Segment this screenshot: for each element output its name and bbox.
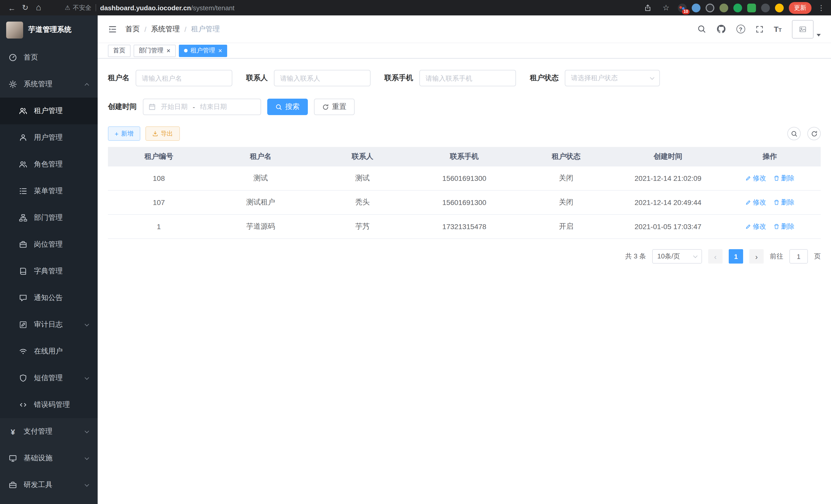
security-status[interactable]: ⚠ 不安全 <box>65 3 91 12</box>
add-button[interactable]: + 新增 <box>108 126 140 141</box>
browser-update-button[interactable]: 更新 <box>789 2 811 13</box>
share-icon[interactable] <box>641 1 654 14</box>
sidebar-item-label: 首页 <box>24 53 38 62</box>
edit-link[interactable]: 修改 <box>745 222 766 231</box>
tab-dept[interactable]: 部门管理 × <box>134 45 175 57</box>
sidebar-item-label: 短信管理 <box>34 374 63 383</box>
extension-icon[interactable] <box>733 3 742 12</box>
export-button[interactable]: 导出 <box>145 126 180 141</box>
search-button[interactable]: 搜索 <box>267 99 308 115</box>
extension-icon[interactable] <box>692 3 700 12</box>
status-select[interactable]: 请选择租户状态 <box>565 70 660 86</box>
tab-close-icon[interactable]: × <box>167 47 170 54</box>
sidebar-item-label: 支付管理 <box>24 427 52 436</box>
help-icon[interactable]: ? <box>736 25 745 33</box>
users-icon <box>19 160 27 169</box>
sidebar-item-infra[interactable]: 基础设施 <box>0 445 98 472</box>
sidebar-item-menu[interactable]: 菜单管理 <box>0 178 98 205</box>
sidebar-item-dept[interactable]: 部门管理 <box>0 205 98 231</box>
user-menu[interactable] <box>792 20 821 38</box>
sidebar-item-pay[interactable]: ¥ 支付管理 <box>0 418 98 445</box>
sidebar-item-role[interactable]: 角色管理 <box>0 151 98 178</box>
delete-link[interactable]: 删除 <box>773 222 795 231</box>
extension-icon[interactable]: 10 <box>678 3 687 12</box>
date-separator: - <box>193 103 195 111</box>
column-header: 租户状态 <box>515 147 617 167</box>
header-search-icon[interactable] <box>697 25 706 33</box>
sidebar-item-devtools[interactable]: 研发工具 <box>0 472 98 498</box>
extension-icon[interactable] <box>761 3 770 12</box>
tab-tenant[interactable]: 租户管理 × <box>179 45 227 57</box>
table-row: 107 测试租户 秃头 15601691300 关闭 2021-12-14 20… <box>108 190 821 215</box>
url-text: dashboard.yudao.iocoder.cn/system/tenant <box>100 4 235 11</box>
cell-contact: 测试 <box>312 167 413 190</box>
browser-home-icon[interactable]: ⌂ <box>32 1 45 14</box>
sidebar-item-error-code[interactable]: 错误码管理 <box>0 391 98 418</box>
sidebar-item-audit-log[interactable]: 审计日志 <box>0 312 98 338</box>
prev-page-button[interactable]: ‹ <box>708 249 722 264</box>
extension-icon[interactable] <box>706 3 714 12</box>
edit-link[interactable]: 修改 <box>745 174 766 183</box>
browser-menu-icon[interactable]: ⋮ <box>816 4 826 12</box>
page-size-select[interactable]: 10条/页 <box>652 249 702 264</box>
sidebar-item-tenant[interactable]: 租户管理 <box>0 98 98 124</box>
extension-icon[interactable] <box>747 3 756 12</box>
chevron-down-icon <box>85 482 89 486</box>
sidebar-item-post[interactable]: 岗位管理 <box>0 231 98 258</box>
fullscreen-icon[interactable] <box>755 25 764 33</box>
goto-page-input[interactable] <box>790 249 808 264</box>
sidebar-item-online-user[interactable]: 在线用户 <box>0 338 98 365</box>
breadcrumb-home[interactable]: 首页 <box>125 24 140 34</box>
contact-input[interactable] <box>274 70 371 86</box>
delete-link[interactable]: 删除 <box>773 198 795 207</box>
column-header: 联系人 <box>312 147 413 167</box>
column-header: 联系手机 <box>413 147 515 167</box>
logo[interactable]: 芋道管理系统 <box>0 16 98 44</box>
sidebar-item-system[interactable]: 系统管理 <box>0 71 98 98</box>
app-title: 芋道管理系统 <box>28 25 71 34</box>
date-range-picker[interactable]: 开始日期 - 结束日期 <box>143 99 261 115</box>
message-icon <box>19 294 27 302</box>
shield-icon <box>19 374 27 382</box>
cell-tenant-name: 测试 <box>210 167 311 190</box>
monitor-icon <box>9 454 17 463</box>
refresh-table-button[interactable] <box>807 127 821 140</box>
current-page[interactable]: 1 <box>729 249 743 264</box>
edit-link[interactable]: 修改 <box>745 198 766 207</box>
tab-home[interactable]: 首页 <box>108 45 131 57</box>
hide-search-button[interactable] <box>787 127 801 140</box>
browser-back-icon[interactable]: ← <box>5 1 19 14</box>
tab-close-icon[interactable]: × <box>218 47 222 54</box>
sidebar-item-user[interactable]: 用户管理 <box>0 124 98 151</box>
next-page-button[interactable]: › <box>749 249 764 264</box>
create-time-label: 创建时间 <box>108 102 137 112</box>
phone-input[interactable] <box>419 70 516 86</box>
cell-phone: 17321315478 <box>413 215 515 238</box>
system-submenu: 租户管理 用户管理 角色管理 <box>0 98 98 418</box>
users-icon <box>19 107 27 115</box>
cell-phone: 15601691300 <box>413 167 515 189</box>
sidebar-item-dict[interactable]: 字典管理 <box>0 258 98 285</box>
caret-down-icon <box>816 34 821 36</box>
signal-icon <box>19 347 27 356</box>
address-bar[interactable]: ⚠ 不安全 dashboard.yudao.iocoder.cn/system/… <box>65 3 641 12</box>
bookmark-star-icon[interactable]: ☆ <box>659 1 673 14</box>
sidebar-item-label: 角色管理 <box>34 160 63 169</box>
sidebar-item-sms[interactable]: 短信管理 <box>0 365 98 391</box>
extension-icon[interactable] <box>719 3 728 12</box>
delete-link[interactable]: 删除 <box>773 174 795 183</box>
date-end-placeholder: 结束日期 <box>200 102 227 112</box>
browser-reload-icon[interactable]: ↻ <box>19 1 32 14</box>
table-header-row: 租户编号 租户名 联系人 联系手机 租户状态 创建时间 操作 <box>108 147 821 167</box>
github-icon[interactable] <box>716 24 726 34</box>
breadcrumb-system[interactable]: 系统管理 <box>151 24 180 34</box>
sidebar-item-home[interactable]: 首页 <box>0 44 98 71</box>
tenant-name-input[interactable] <box>136 70 232 86</box>
font-size-icon[interactable]: TT <box>774 25 782 33</box>
extension-icon[interactable] <box>775 3 784 12</box>
reset-button[interactable]: 重置 <box>314 99 354 115</box>
sidebar-item-label: 岗位管理 <box>34 240 63 249</box>
sidebar-fold-icon[interactable] <box>108 24 117 34</box>
sidebar-item-notice[interactable]: 通知公告 <box>0 285 98 312</box>
chevron-down-icon <box>85 375 89 380</box>
